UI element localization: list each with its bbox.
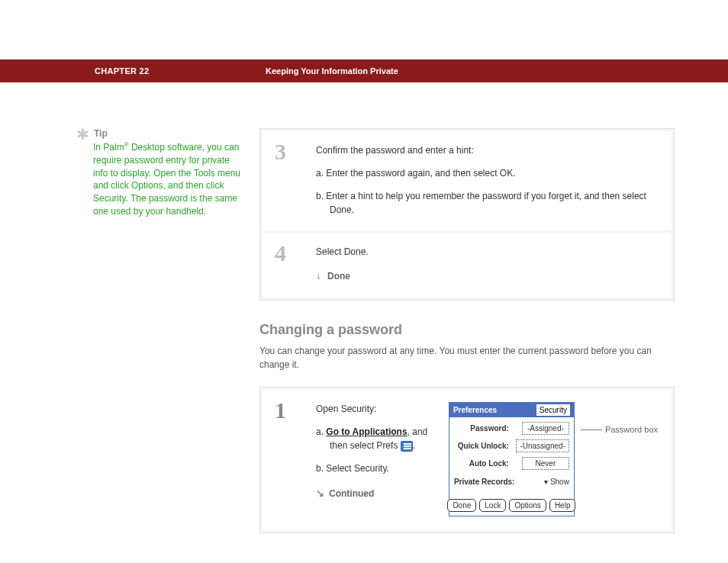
step3-lead: Confirm the password and enter a hint: [316,143,658,157]
tip-body-text: Desktop software, you can require passwo… [93,142,240,217]
step3-b: b. Enter a hint to help you remember the… [316,189,658,217]
palm-quickunlock-field[interactable]: -Unassigned- [516,439,569,452]
step-3: 3 Confirm the password and enter a hint:… [263,131,672,230]
callout-password-box: Password box [605,423,658,436]
step1-a-pre: a. [316,426,326,437]
tip-asterisk-icon: ✱ [76,130,89,139]
tip-body: In Palm® Desktop software, you can requi… [93,140,244,218]
step1-lead: Open Security: [316,402,435,416]
section-description: You can change your password at any time… [259,344,675,372]
sidebar-tip: ✱ Tip In Palm® Desktop software, you can… [76,128,244,555]
palm-options-button[interactable]: Options [509,499,546,512]
done-arrow-icon: ↓ [316,268,321,284]
step-4: 4 Select Done. ↓ Done [263,233,672,298]
step3-a: a. Enter the password again, and then se… [316,166,658,180]
step-number-3: 3 [263,131,316,230]
tip-prefix: In Palm [93,142,124,153]
go-to-applications-link[interactable]: Go to Applications [326,426,407,437]
step-number-1: 1 [263,390,316,530]
palm-screenshot: Preferences Security Password: -Assigned… [449,402,658,516]
palm-private-value[interactable]: ▾ Show [544,476,569,487]
chapter-number: CHAPTER 22 [95,66,149,76]
palm-private-value-text: Show [550,478,569,486]
step-number-4: 4 [263,233,316,298]
palm-help-button[interactable]: Help [549,499,576,512]
palm-quickunlock-label: Quick Unlock: [454,440,509,452]
callout-line [581,429,602,430]
step-box-bottom: 1 Open Security: a. Go to Applications, … [259,387,675,533]
chapter-title: Keeping Your Information Private [266,66,398,76]
palm-password-label: Password: [454,423,509,434]
prefs-icon [401,441,413,452]
palm-autolock-field[interactable]: Never [522,457,569,470]
continued-arrow-icon: ↘ [316,486,324,501]
palm-password-field[interactable]: -Assigned- [522,422,569,435]
palm-lock-button[interactable]: Lock [479,499,506,512]
chapter-header: CHAPTER 22 Keeping Your Information Priv… [0,60,728,82]
palm-autolock-label: Auto Lock: [454,458,509,469]
palm-title-left: Preferences [453,404,497,416]
palm-done-button[interactable]: Done [447,499,476,512]
step-1: 1 Open Security: a. Go to Applications, … [263,390,672,530]
step1-a: a. Go to Applications, and then select P… [316,425,435,452]
step1-b: b. Select Security. [316,462,435,475]
palm-private-label: Private Records: [454,476,514,487]
section-heading: Changing a password [259,322,675,338]
continued-label: Continued [329,487,374,500]
palm-title-right: Security [536,404,570,416]
step1-a-end: . [413,440,415,451]
done-label: Done [327,269,350,283]
step-box-top: 3 Confirm the password and enter a hint:… [259,128,675,301]
tip-label: Tip [94,128,108,139]
step4-lead: Select Done. [316,245,658,259]
